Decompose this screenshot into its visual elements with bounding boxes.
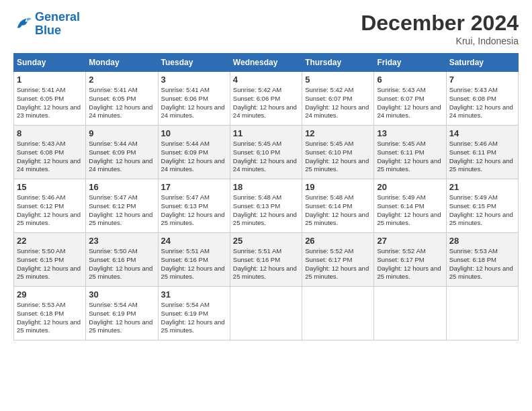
day-number: 9 bbox=[89, 128, 154, 138]
day-detail: Sunrise: 5:54 AMSunset: 6:19 PMDaylight:… bbox=[89, 301, 154, 335]
calendar-cell: 25 Sunrise: 5:51 AMSunset: 6:16 PMDaylig… bbox=[230, 233, 302, 287]
logo: General Blue bbox=[13, 11, 80, 38]
day-detail: Sunrise: 5:46 AMSunset: 6:12 PMDaylight:… bbox=[17, 193, 83, 228]
day-number: 6 bbox=[377, 75, 443, 85]
calendar-week-1: 1 Sunrise: 5:41 AMSunset: 6:05 PMDayligh… bbox=[14, 72, 519, 126]
calendar-cell bbox=[374, 287, 446, 340]
day-detail: Sunrise: 5:47 AMSunset: 6:12 PMDaylight:… bbox=[89, 193, 154, 228]
day-number: 31 bbox=[161, 289, 227, 300]
header-monday: Monday bbox=[86, 54, 158, 72]
day-number: 11 bbox=[233, 128, 299, 138]
day-detail: Sunrise: 5:52 AMSunset: 6:17 PMDaylight:… bbox=[305, 247, 371, 281]
day-number: 3 bbox=[161, 75, 227, 85]
weekday-header-row: Sunday Monday Tuesday Wednesday Thursday… bbox=[14, 54, 519, 72]
day-number: 4 bbox=[233, 75, 299, 85]
day-detail: Sunrise: 5:41 AMSunset: 6:05 PMDaylight:… bbox=[89, 86, 154, 120]
calendar-cell: 5 Sunrise: 5:42 AMSunset: 6:07 PMDayligh… bbox=[302, 72, 374, 126]
day-number: 10 bbox=[161, 128, 227, 138]
day-detail: Sunrise: 5:45 AMSunset: 6:10 PMDaylight:… bbox=[233, 140, 299, 174]
day-detail: Sunrise: 5:43 AMSunset: 6:08 PMDaylight:… bbox=[449, 86, 515, 120]
day-number: 26 bbox=[305, 236, 371, 246]
calendar-week-3: 15 Sunrise: 5:46 AMSunset: 6:12 PMDaylig… bbox=[14, 179, 519, 233]
day-detail: Sunrise: 5:52 AMSunset: 6:17 PMDaylight:… bbox=[377, 247, 443, 281]
day-detail: Sunrise: 5:48 AMSunset: 6:14 PMDaylight:… bbox=[305, 193, 371, 228]
calendar-cell: 30 Sunrise: 5:54 AMSunset: 6:19 PMDaylig… bbox=[86, 287, 158, 340]
logo-icon bbox=[13, 15, 32, 34]
day-number: 22 bbox=[17, 236, 83, 246]
header-sunday: Sunday bbox=[14, 54, 86, 72]
day-detail: Sunrise: 5:50 AMSunset: 6:16 PMDaylight:… bbox=[89, 247, 154, 281]
calendar-cell: 14 Sunrise: 5:46 AMSunset: 6:11 PMDaylig… bbox=[446, 126, 518, 179]
day-detail: Sunrise: 5:53 AMSunset: 6:18 PMDaylight:… bbox=[449, 247, 515, 281]
logo-general: General bbox=[35, 10, 80, 24]
day-detail: Sunrise: 5:50 AMSunset: 6:15 PMDaylight:… bbox=[17, 247, 83, 281]
calendar-table: Sunday Monday Tuesday Wednesday Thursday… bbox=[13, 53, 519, 340]
day-detail: Sunrise: 5:53 AMSunset: 6:18 PMDaylight:… bbox=[17, 301, 83, 335]
calendar-cell: 2 Sunrise: 5:41 AMSunset: 6:05 PMDayligh… bbox=[86, 72, 158, 126]
day-detail: Sunrise: 5:46 AMSunset: 6:11 PMDaylight:… bbox=[449, 140, 515, 174]
calendar-cell: 9 Sunrise: 5:44 AMSunset: 6:09 PMDayligh… bbox=[86, 126, 158, 179]
day-number: 1 bbox=[17, 75, 83, 85]
day-detail: Sunrise: 5:54 AMSunset: 6:19 PMDaylight:… bbox=[161, 301, 227, 335]
day-number: 24 bbox=[161, 236, 227, 246]
day-number: 2 bbox=[89, 75, 154, 85]
day-number: 25 bbox=[233, 236, 299, 246]
title-block: December 2024 Krui, Indonesia bbox=[361, 11, 519, 46]
calendar-cell: 29 Sunrise: 5:53 AMSunset: 6:18 PMDaylig… bbox=[14, 287, 86, 340]
day-number: 27 bbox=[377, 236, 443, 246]
day-detail: Sunrise: 5:45 AMSunset: 6:10 PMDaylight:… bbox=[305, 140, 371, 174]
location: Krui, Indonesia bbox=[361, 36, 519, 46]
day-number: 5 bbox=[305, 75, 371, 85]
calendar-cell bbox=[446, 287, 518, 340]
day-number: 21 bbox=[449, 182, 515, 192]
day-number: 12 bbox=[305, 128, 371, 138]
header-thursday: Thursday bbox=[302, 54, 374, 72]
day-number: 8 bbox=[17, 128, 83, 138]
day-number: 16 bbox=[89, 182, 154, 192]
calendar-cell: 27 Sunrise: 5:52 AMSunset: 6:17 PMDaylig… bbox=[374, 233, 446, 287]
day-detail: Sunrise: 5:47 AMSunset: 6:13 PMDaylight:… bbox=[161, 193, 227, 228]
calendar-cell bbox=[230, 287, 302, 340]
day-detail: Sunrise: 5:44 AMSunset: 6:09 PMDaylight:… bbox=[89, 140, 154, 174]
header-tuesday: Tuesday bbox=[158, 54, 230, 72]
calendar-cell: 10 Sunrise: 5:44 AMSunset: 6:09 PMDaylig… bbox=[158, 126, 230, 179]
day-detail: Sunrise: 5:42 AMSunset: 6:07 PMDaylight:… bbox=[305, 86, 371, 120]
calendar-cell: 17 Sunrise: 5:47 AMSunset: 6:13 PMDaylig… bbox=[158, 179, 230, 233]
calendar-week-4: 22 Sunrise: 5:50 AMSunset: 6:15 PMDaylig… bbox=[14, 233, 519, 287]
calendar-week-2: 8 Sunrise: 5:43 AMSunset: 6:08 PMDayligh… bbox=[14, 126, 519, 179]
calendar-cell: 26 Sunrise: 5:52 AMSunset: 6:17 PMDaylig… bbox=[302, 233, 374, 287]
day-detail: Sunrise: 5:44 AMSunset: 6:09 PMDaylight:… bbox=[161, 140, 227, 174]
day-number: 18 bbox=[233, 182, 299, 192]
calendar-cell: 20 Sunrise: 5:49 AMSunset: 6:14 PMDaylig… bbox=[374, 179, 446, 233]
calendar-cell: 19 Sunrise: 5:48 AMSunset: 6:14 PMDaylig… bbox=[302, 179, 374, 233]
day-detail: Sunrise: 5:43 AMSunset: 6:07 PMDaylight:… bbox=[377, 86, 443, 120]
logo-text: General Blue bbox=[35, 11, 80, 38]
day-detail: Sunrise: 5:49 AMSunset: 6:14 PMDaylight:… bbox=[377, 193, 443, 228]
calendar-cell: 6 Sunrise: 5:43 AMSunset: 6:07 PMDayligh… bbox=[374, 72, 446, 126]
day-detail: Sunrise: 5:41 AMSunset: 6:06 PMDaylight:… bbox=[161, 86, 227, 120]
calendar-cell: 12 Sunrise: 5:45 AMSunset: 6:10 PMDaylig… bbox=[302, 126, 374, 179]
day-number: 19 bbox=[305, 182, 371, 192]
calendar-cell: 15 Sunrise: 5:46 AMSunset: 6:12 PMDaylig… bbox=[14, 179, 86, 233]
header-wednesday: Wednesday bbox=[230, 54, 302, 72]
page: General Blue December 2024 Krui, Indones… bbox=[0, 0, 532, 347]
day-number: 7 bbox=[449, 75, 515, 85]
calendar-cell: 24 Sunrise: 5:51 AMSunset: 6:16 PMDaylig… bbox=[158, 233, 230, 287]
day-detail: Sunrise: 5:49 AMSunset: 6:15 PMDaylight:… bbox=[449, 193, 515, 228]
calendar-cell: 13 Sunrise: 5:45 AMSunset: 6:11 PMDaylig… bbox=[374, 126, 446, 179]
calendar-cell: 4 Sunrise: 5:42 AMSunset: 6:06 PMDayligh… bbox=[230, 72, 302, 126]
calendar-cell: 28 Sunrise: 5:53 AMSunset: 6:18 PMDaylig… bbox=[446, 233, 518, 287]
calendar-cell: 18 Sunrise: 5:48 AMSunset: 6:13 PMDaylig… bbox=[230, 179, 302, 233]
calendar-cell: 1 Sunrise: 5:41 AMSunset: 6:05 PMDayligh… bbox=[14, 72, 86, 126]
calendar-cell: 7 Sunrise: 5:43 AMSunset: 6:08 PMDayligh… bbox=[446, 72, 518, 126]
logo-blue: Blue bbox=[35, 24, 61, 37]
calendar-cell: 11 Sunrise: 5:45 AMSunset: 6:10 PMDaylig… bbox=[230, 126, 302, 179]
day-number: 23 bbox=[89, 236, 154, 246]
day-number: 28 bbox=[449, 236, 515, 246]
header: General Blue December 2024 Krui, Indones… bbox=[13, 11, 519, 46]
calendar-cell bbox=[302, 287, 374, 340]
calendar-week-5: 29 Sunrise: 5:53 AMSunset: 6:18 PMDaylig… bbox=[14, 287, 519, 340]
day-number: 13 bbox=[377, 128, 443, 138]
calendar-cell: 31 Sunrise: 5:54 AMSunset: 6:19 PMDaylig… bbox=[158, 287, 230, 340]
calendar-cell: 8 Sunrise: 5:43 AMSunset: 6:08 PMDayligh… bbox=[14, 126, 86, 179]
